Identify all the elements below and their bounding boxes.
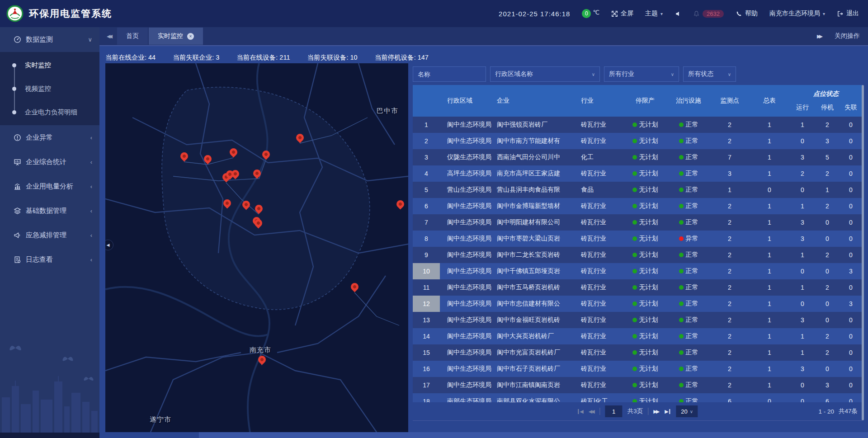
region-select[interactable]: 行政区域名称∨	[490, 66, 600, 82]
chevron-down-icon: ▾	[823, 11, 825, 16]
table-row[interactable]: 1阆中生态环境局阆中强锐页岩砖厂砖瓦行业无计划正常21120	[413, 117, 862, 133]
sidebar-item-1[interactable]: 企业异常‹	[0, 125, 99, 150]
table-row[interactable]: 18南部生态环境局南部县双化水泥有限公砖瓦|化工无计划正常60060	[413, 393, 862, 402]
status-dot-icon	[632, 285, 637, 290]
table-body: 1阆中生态环境局阆中强锐页岩砖厂砖瓦行业无计划正常211202阆中生态环境局阆中…	[413, 117, 862, 402]
table-row[interactable]: 14阆中生态环境局阆中大兴页岩机砖厂砖瓦行业无计划正常21120	[413, 328, 862, 344]
sidebar-item-5[interactable]: 应急减排管理‹	[0, 223, 99, 247]
status-label: 正常	[686, 316, 698, 324]
table-row[interactable]: 10阆中生态环境局阆中千佛镇五郎垭页岩砖瓦行业无计划正常21003	[413, 263, 862, 279]
status-dot-icon	[632, 155, 637, 160]
status-label: 无计划	[639, 397, 658, 402]
company-cell: 阆中强锐页岩砖厂	[492, 117, 578, 133]
industry-cell: 砖瓦行业	[578, 165, 623, 182]
status-dot-icon	[632, 236, 637, 241]
close-operations-button[interactable]: 关闭操作	[835, 32, 860, 40]
stat-item: 当前停机设备: 147	[375, 53, 429, 62]
row-number-cell: 7	[413, 214, 440, 231]
sidebar-item-label: 企业用电量分析	[26, 182, 90, 191]
industry-cell: 砖瓦行业	[578, 263, 623, 279]
company-cell: 阆中市江南镇阆南页岩	[492, 377, 578, 393]
status-label: 正常	[686, 202, 698, 210]
next-page-button[interactable]: ▶▶	[653, 409, 660, 414]
status-label: 无计划	[639, 153, 658, 161]
table-row[interactable]: 16阆中生态环境局阆中市石子页岩机砖厂砖瓦行业无计划正常21300	[413, 361, 862, 377]
sidebar-item-3[interactable]: 企业用电量分析‹	[0, 174, 99, 198]
last-page-button[interactable]: ▶	[665, 409, 671, 414]
org-dropdown[interactable]: 南充市生态环境局▾	[769, 9, 825, 18]
stop-status-cell: 无计划	[623, 263, 667, 279]
prev-page-button[interactable]: ◀◀	[589, 409, 595, 414]
facility-status-cell: 正常	[667, 149, 710, 165]
sidebar: 数据监测∨实时监控视频监控企业电力负荷明细企业异常‹企业综合统计‹企业用电量分析…	[0, 27, 99, 438]
run-count-cell: 1	[790, 247, 815, 263]
industry-cell: 砖瓦|化工	[578, 393, 623, 402]
tab-close-icon[interactable]: ×	[187, 33, 194, 40]
sidebar-item-2[interactable]: 企业综合统计‹	[0, 150, 99, 174]
table-row[interactable]: 11阆中生态环境局阆中市五马桥页岩机砖砖瓦行业无计划正常21120	[413, 279, 862, 296]
total-meter-cell: 1	[749, 296, 790, 312]
timeline-dot-icon	[12, 87, 16, 91]
sidebar-subitem-label: 实时监控	[25, 61, 51, 70]
table-row[interactable]: 8阆中生态环境局阆中市枣碧大梁山页岩砖瓦行业无计划异常21300	[413, 231, 862, 247]
logout-button[interactable]: 退出	[837, 9, 859, 18]
status-select[interactable]: 所有状态∨	[683, 66, 736, 82]
theme-dropdown[interactable]: 主题▾	[645, 9, 663, 18]
run-count-cell: 1	[790, 279, 815, 296]
status-dot-icon	[679, 334, 684, 339]
tabs-scroll-left-button[interactable]: ◀◀	[99, 33, 115, 39]
sound-toggle-button[interactable]	[675, 10, 681, 17]
stop-status-cell: 无计划	[623, 377, 667, 393]
table-row[interactable]: 5营山生态环境局营山县润丰肉食品有限食品无计划正常10010	[413, 182, 862, 198]
total-meter-cell: 1	[749, 328, 790, 344]
name-search-input[interactable]	[413, 66, 486, 82]
page-size-select[interactable]: 20∨	[676, 405, 698, 417]
sidebar-item-4[interactable]: 基础数据管理‹	[0, 198, 99, 223]
sidebar-subitem[interactable]: 视频监控	[0, 77, 99, 100]
row-number-cell: 9	[413, 247, 440, 263]
table-row[interactable]: 9阆中生态环境局阆中市二龙长宝页岩砖砖瓦行业无计划正常21120	[413, 247, 862, 263]
sidebar-subitem[interactable]: 实时监控	[0, 53, 99, 77]
lost-count-cell: 0	[840, 377, 862, 393]
notification-button[interactable]: 2632	[693, 10, 724, 18]
page-input[interactable]: 1	[605, 405, 623, 417]
pagination-bar: ◀ ◀◀ 1 共3页 ▶▶ ▶ 20∨ 1 - 20 共47条	[413, 402, 862, 421]
sidebar-subitem[interactable]: 企业电力负荷明细	[0, 100, 99, 124]
halt-count-cell: 2	[815, 279, 840, 296]
table-scrollbar[interactable]	[862, 85, 864, 420]
lost-count-cell: 0	[840, 149, 862, 165]
row-number-cell: 3	[413, 149, 440, 165]
row-number-cell: 2	[413, 133, 440, 149]
tab-0[interactable]: 首页	[117, 28, 148, 45]
table-row[interactable]: 4高坪生态环境局南充市高坪区王家店建砖瓦行业无计划正常31220	[413, 165, 862, 182]
table-row[interactable]: 12阆中生态环境局阆中市忠信建材有限公砖瓦行业无计划正常21003	[413, 296, 862, 312]
monitor-count-cell: 2	[710, 328, 749, 344]
sidebar-item-6[interactable]: 日志查看‹	[0, 247, 99, 272]
district-cell: 阆中生态环境局	[440, 117, 492, 133]
first-page-button[interactable]: ◀	[577, 409, 583, 414]
map-panel[interactable]: 巴中市南充市遂宁市 ◀	[105, 63, 408, 432]
tabs-scroll-right-button[interactable]: ▶▶	[817, 33, 823, 39]
table-row[interactable]: 17阆中生态环境局阆中市江南镇阆南页岩砖瓦行业无计划正常21030	[413, 377, 862, 393]
col-company: 企业	[492, 85, 578, 117]
col-total: 总表	[749, 85, 790, 117]
company-cell: 阆中明阳建材有限公司	[492, 214, 578, 231]
table-row[interactable]: 3仪陇生态环境局西南油气田分公司川中化工无计划正常71350	[413, 149, 862, 165]
fullscreen-button[interactable]: 全屏	[611, 9, 633, 18]
stop-status-cell: 无计划	[623, 182, 667, 198]
tab-1[interactable]: 实时监控×	[149, 28, 203, 45]
table-row[interactable]: 2阆中生态环境局阆中市南方节能建材有砖瓦行业无计划正常21030	[413, 133, 862, 149]
table-row[interactable]: 6阆中生态环境局阆中市金博瑞新型墙材砖瓦行业无计划正常21120	[413, 198, 862, 214]
table-row[interactable]: 13阆中生态环境局阆中市金福旺页岩机砖砖瓦行业无计划正常21300	[413, 312, 862, 328]
help-button[interactable]: 帮助	[736, 9, 758, 18]
status-label: 正常	[686, 397, 698, 402]
table-row[interactable]: 7阆中生态环境局阆中明阳建材有限公司砖瓦行业无计划正常21300	[413, 214, 862, 231]
total-meter-cell: 1	[749, 361, 790, 377]
gauge-icon	[14, 36, 21, 43]
halt-count-cell: 3	[815, 377, 840, 393]
sidebar-item-0[interactable]: 数据监测∨	[0, 27, 99, 52]
industry-select[interactable]: 所有行业∨	[604, 66, 679, 82]
facility-status-cell: 正常	[667, 328, 710, 344]
table-row[interactable]: 15阆中生态环境局阆中市光富页岩机砖厂砖瓦行业无计划正常21120	[413, 344, 862, 361]
lost-count-cell: 0	[840, 361, 862, 377]
